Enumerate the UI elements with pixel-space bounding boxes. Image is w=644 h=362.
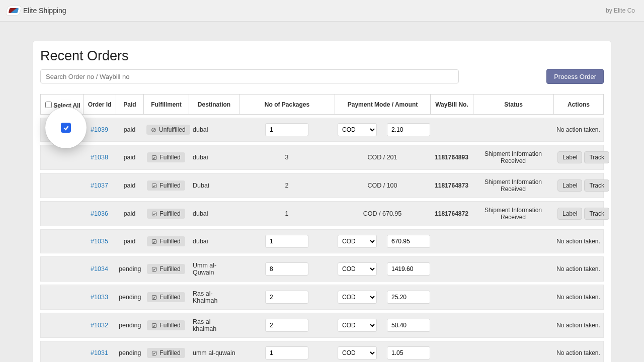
packages-cell: 1: [239, 201, 335, 226]
payment-mode-select[interactable]: COD: [338, 291, 377, 304]
waybill-cell: [430, 229, 473, 253]
packages-input[interactable]: [265, 123, 308, 136]
row-select-cell: [40, 313, 83, 338]
amount-input[interactable]: [387, 123, 430, 136]
process-order-button[interactable]: Process Order: [546, 69, 604, 84]
toolbar: Process Order: [40, 69, 604, 84]
order-link[interactable]: #1031: [91, 349, 108, 356]
status-cell: [473, 341, 553, 362]
actions-cell: No action taken.: [553, 118, 604, 142]
paid-cell: pending: [116, 341, 143, 362]
fulfilled-badge: Fulfilled: [147, 348, 185, 358]
payment-mode-select[interactable]: COD: [338, 262, 377, 276]
paid-cell: paid: [116, 118, 143, 142]
table-row: #1037paidFulfilledDubai2COD / 1001181764…: [40, 173, 604, 198]
destination-cell: dubai: [189, 201, 239, 226]
no-action-text: No action taken.: [556, 238, 600, 245]
svg-rect-8: [152, 323, 156, 327]
amount-input[interactable]: [387, 235, 430, 248]
row-select-cell: [40, 201, 83, 226]
fulfilled-badge: Fulfilled: [147, 180, 185, 191]
check-square-icon: [151, 155, 157, 160]
order-link[interactable]: #1033: [91, 294, 108, 301]
page-title: Recent Orders: [40, 48, 604, 64]
order-link[interactable]: #1034: [91, 265, 108, 273]
payment-cell: COD / 670.95: [335, 201, 430, 226]
no-action-text: No action taken.: [556, 265, 600, 273]
destination-cell: dubai: [189, 145, 239, 170]
no-action-text: No action taken.: [556, 349, 600, 356]
packages-input[interactable]: [265, 235, 308, 248]
orders-table: Select All Order Id Paid Fulfillment Des…: [40, 91, 604, 362]
track-button[interactable]: Track: [584, 179, 609, 192]
payment-cell: COD: [335, 256, 430, 282]
packages-cell: [239, 313, 335, 338]
label-button[interactable]: Label: [557, 151, 582, 163]
destination-cell: Ras al-Khaimah: [189, 285, 239, 310]
status-cell: [473, 285, 553, 310]
payment-cell: COD: [335, 285, 430, 310]
amount-input[interactable]: [387, 291, 430, 304]
payment-cell: COD: [335, 229, 430, 253]
order-link[interactable]: #1038: [91, 154, 108, 161]
status-cell: [473, 118, 553, 142]
track-button[interactable]: Track: [584, 208, 609, 220]
packages-input[interactable]: [265, 319, 308, 332]
packages-input[interactable]: [265, 262, 308, 276]
actions-cell: LabelTrack: [553, 145, 604, 170]
row-select-cell: [40, 285, 83, 310]
order-link[interactable]: #1039: [91, 126, 108, 133]
destination-cell: dubai: [189, 118, 239, 142]
waybill-cell: [430, 341, 473, 362]
status-cell: Shipment Information Received: [473, 145, 553, 170]
check-square-icon: [151, 239, 157, 244]
payment-mode-select[interactable]: COD: [338, 346, 377, 359]
amount-input[interactable]: [387, 346, 430, 359]
row-select-cell: [40, 256, 83, 282]
table-header-row: Select All Order Id Paid Fulfillment Des…: [40, 94, 604, 115]
payment-cell: COD / 100: [335, 173, 430, 198]
highlight-checkbox[interactable]: [61, 123, 71, 133]
payment-cell: COD / 201: [335, 145, 430, 170]
brand: Elite Shipping: [9, 7, 66, 15]
no-action-text: No action taken.: [556, 294, 600, 301]
col-payment: Payment Mode / Amount: [335, 94, 430, 115]
fulfilled-badge: Fulfilled: [147, 209, 185, 219]
payment-mode-select[interactable]: COD: [338, 235, 377, 248]
row-select-cell: [40, 173, 83, 198]
amount-input[interactable]: [387, 262, 430, 276]
check-square-icon: [151, 295, 157, 300]
order-link[interactable]: #1036: [91, 210, 108, 217]
order-link[interactable]: #1037: [91, 182, 108, 189]
col-destination: Destination: [189, 94, 239, 115]
select-all-checkbox[interactable]: [45, 102, 52, 108]
col-paid: Paid: [116, 94, 143, 115]
track-button[interactable]: Track: [584, 151, 609, 163]
table-row: #1036paidFulfilleddubai1COD / 670.951181…: [40, 201, 604, 226]
packages-input[interactable]: [265, 291, 308, 304]
label-button[interactable]: Label: [557, 208, 582, 220]
svg-rect-4: [152, 212, 156, 216]
packages-cell: 2: [239, 173, 335, 198]
table-row: #1033pendingFulfilledRas al-KhaimahCODNo…: [40, 285, 604, 310]
order-link[interactable]: #1035: [91, 238, 108, 245]
label-button[interactable]: Label: [557, 179, 582, 192]
status-cell: [473, 229, 553, 253]
paid-cell: paid: [116, 145, 143, 170]
amount-input[interactable]: [387, 319, 430, 332]
status-cell: Shipment Information Received: [473, 201, 553, 226]
table-row: #1039paidUnfulfilleddubaiCODNo action ta…: [40, 118, 604, 142]
payment-mode-select[interactable]: COD: [338, 319, 377, 332]
actions-cell: LabelTrack: [553, 173, 604, 198]
search-input[interactable]: [40, 69, 459, 83]
payment-cell: COD: [335, 313, 430, 338]
paid-cell: pending: [116, 285, 143, 310]
packages-input[interactable]: [265, 346, 308, 359]
order-link[interactable]: #1032: [91, 322, 108, 329]
check-square-icon: [151, 350, 157, 356]
actions-cell: No action taken.: [553, 341, 604, 362]
check-square-icon: [151, 211, 157, 217]
payment-cell: COD: [335, 341, 430, 362]
payment-mode-select[interactable]: COD: [338, 123, 377, 136]
paid-cell: pending: [116, 313, 143, 338]
